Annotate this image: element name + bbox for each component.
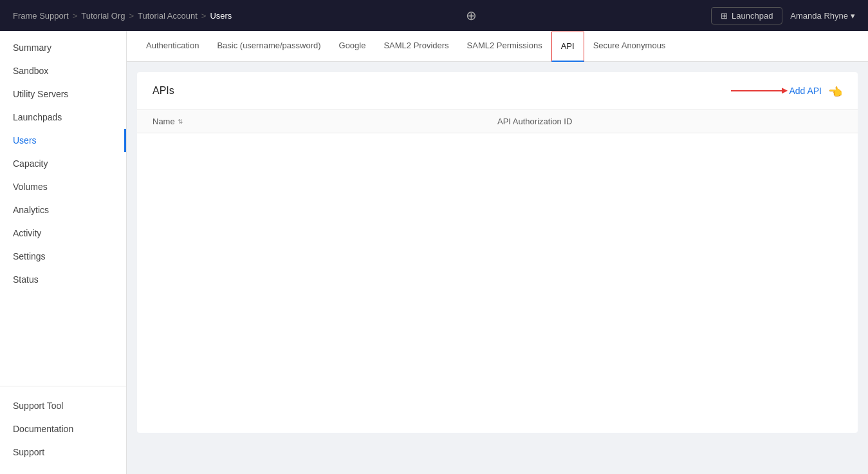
breadcrumb-sep-2: > [129, 11, 134, 21]
main-layout: Summary Sandbox Utility Servers Launchpa… [0, 31, 868, 474]
sort-icon[interactable]: ⇅ [178, 118, 183, 125]
sidebar-item-users[interactable]: Users [0, 129, 126, 152]
column-api-auth-id-label: API Authorization ID [497, 117, 572, 126]
chevron-down-icon: ▾ [851, 11, 855, 21]
arrow-indicator [731, 90, 782, 91]
column-api-auth-id: API Authorization ID [497, 117, 842, 126]
tab-secure-anonymous[interactable]: Secure Anonymous [584, 31, 675, 61]
launchpad-grid-icon: ⊞ [721, 11, 728, 21]
globe-icon: ⊕ [466, 8, 477, 23]
launchpad-label: Launchpad [732, 11, 773, 21]
user-menu[interactable]: Amanda Rhyne ▾ [790, 11, 855, 21]
sidebar-divider [0, 386, 126, 386]
sidebar: Summary Sandbox Utility Servers Launchpa… [0, 31, 127, 474]
content-title: APIs [152, 85, 174, 97]
breadcrumb-tutorial-account[interactable]: Tutorial Account [138, 11, 198, 21]
arrow-line [731, 90, 782, 91]
add-api-button[interactable]: Add API [789, 86, 822, 96]
cursor-hand-icon: 👈 [828, 85, 842, 99]
sidebar-item-sandbox[interactable]: Sandbox [0, 59, 126, 82]
topbar: Frame Support > Tutorial Org > Tutorial … [0, 0, 868, 31]
launchpad-button[interactable]: ⊞ Launchpad [711, 7, 782, 24]
sidebar-item-support-tool[interactable]: Support Tool [0, 394, 126, 417]
user-name: Amanda Rhyne [790, 11, 848, 21]
sidebar-item-launchpads[interactable]: Launchpads [0, 106, 126, 129]
sidebar-item-activity[interactable]: Activity [0, 222, 126, 245]
tab-basic-username-password[interactable]: Basic (username/password) [208, 31, 329, 61]
column-name: Name ⇅ [152, 117, 497, 126]
content-area: APIs Add API 👈 Name ⇅ API Authorization … [137, 72, 858, 433]
topbar-center: ⊕ [466, 8, 477, 23]
breadcrumb-tutorial-org[interactable]: Tutorial Org [81, 11, 125, 21]
sidebar-item-analytics[interactable]: Analytics [0, 198, 126, 222]
tab-authentication[interactable]: Authentication [137, 31, 208, 61]
sidebar-item-settings[interactable]: Settings [0, 245, 126, 268]
sidebar-bottom: Support Tool Documentation Support [0, 378, 126, 469]
sidebar-item-utility-servers[interactable]: Utility Servers [0, 82, 126, 106]
breadcrumb-users: Users [210, 11, 232, 21]
main-content: Authentication Basic (username/password)… [127, 31, 868, 474]
column-name-label: Name [152, 117, 175, 126]
tabs-bar: Authentication Basic (username/password)… [127, 31, 868, 62]
tab-google[interactable]: Google [330, 31, 375, 61]
add-api-area: Add API 👈 [731, 82, 842, 99]
table-header: Name ⇅ API Authorization ID [137, 110, 858, 133]
breadcrumb-frame-support[interactable]: Frame Support [13, 11, 69, 21]
tab-saml2-providers[interactable]: SAML2 Providers [374, 31, 457, 61]
table-body [137, 133, 858, 391]
sidebar-item-volumes[interactable]: Volumes [0, 175, 126, 198]
breadcrumb-sep-3: > [201, 11, 207, 21]
sidebar-item-documentation[interactable]: Documentation [0, 417, 126, 441]
breadcrumb-sep-1: > [73, 11, 78, 21]
breadcrumb: Frame Support > Tutorial Org > Tutorial … [13, 11, 232, 21]
tab-saml2-permissions[interactable]: SAML2 Permissions [458, 31, 551, 61]
content-header: APIs Add API 👈 [137, 72, 858, 110]
topbar-right: ⊞ Launchpad Amanda Rhyne ▾ [711, 7, 855, 24]
sidebar-item-summary[interactable]: Summary [0, 36, 126, 59]
sidebar-item-capacity[interactable]: Capacity [0, 152, 126, 175]
tab-api[interactable]: API [551, 32, 584, 62]
sidebar-item-support[interactable]: Support [0, 441, 126, 464]
sidebar-item-status[interactable]: Status [0, 268, 126, 291]
